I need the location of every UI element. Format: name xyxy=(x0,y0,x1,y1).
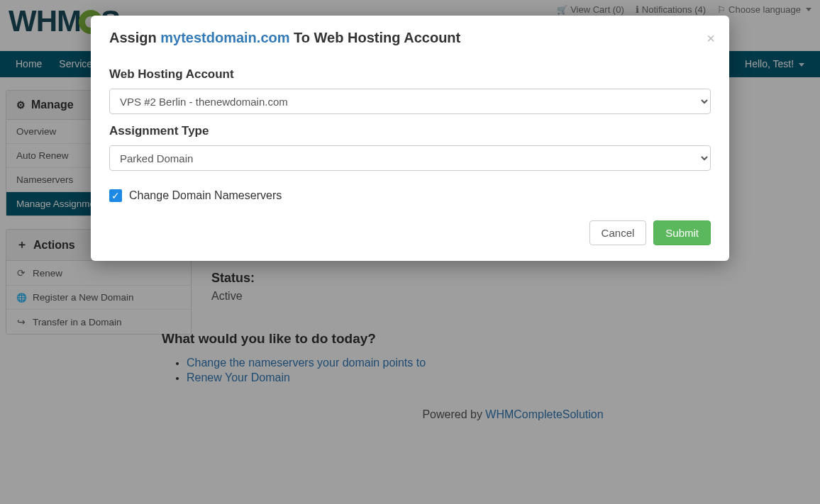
cancel-button[interactable]: Cancel xyxy=(589,220,647,245)
assign-domain-modal: Assign mytestdomain.com To Web Hosting A… xyxy=(91,16,729,261)
hosting-account-select[interactable]: VPS #2 Berlin - thenewdomain.com xyxy=(109,89,711,114)
modal-title-domain: mytestdomain.com xyxy=(160,30,289,45)
checkbox-checked-icon: ✓ xyxy=(109,189,122,202)
checkbox-label: Change Domain Nameservers xyxy=(129,189,282,202)
modal-title-pre: Assign xyxy=(109,30,160,45)
modal-header: Assign mytestdomain.com To Web Hosting A… xyxy=(91,16,729,56)
modal-title: Assign mytestdomain.com To Web Hosting A… xyxy=(109,30,711,46)
hosting-account-label: Web Hosting Account xyxy=(109,67,711,82)
submit-button[interactable]: Submit xyxy=(653,220,711,245)
assignment-type-label: Assignment Type xyxy=(109,124,711,138)
change-nameservers-checkbox[interactable]: ✓ Change Domain Nameservers xyxy=(109,189,711,202)
modal-body: Web Hosting Account VPS #2 Berlin - then… xyxy=(91,56,729,209)
modal-close-button[interactable]: × xyxy=(707,31,715,45)
assignment-type-select[interactable]: Parked Domain xyxy=(109,145,711,171)
modal-title-post: To Web Hosting Account xyxy=(290,30,461,45)
modal-footer: Cancel Submit xyxy=(91,209,729,261)
